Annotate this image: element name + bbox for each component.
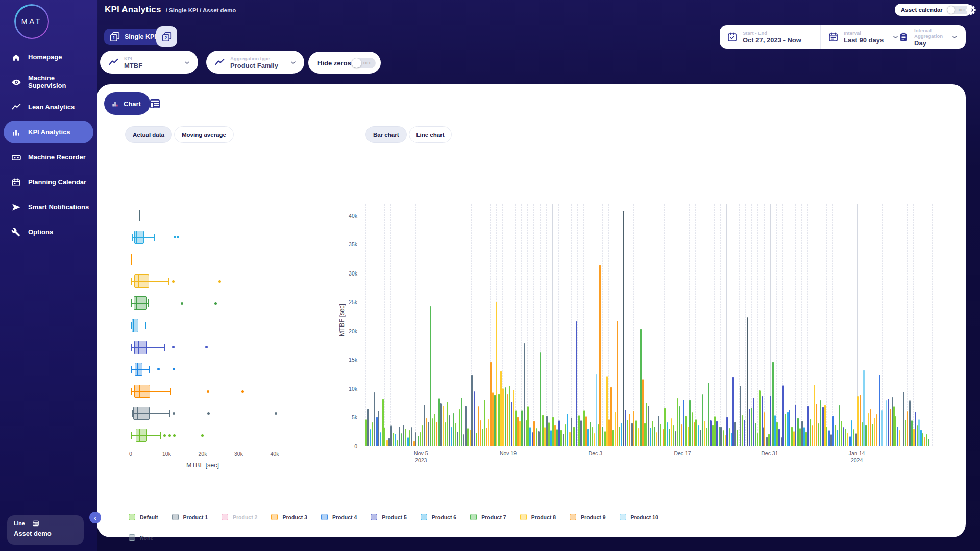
bar-default[interactable]	[818, 423, 819, 446]
bar-product-9[interactable]	[436, 422, 437, 446]
bar-default[interactable]	[757, 433, 758, 446]
bar-product-9[interactable]	[490, 362, 492, 446]
sidebar-item-kpi-analytics[interactable]: KPI Analytics	[4, 121, 93, 143]
bar-product-6[interactable]	[803, 427, 805, 446]
bar-product-1[interactable]	[440, 403, 442, 446]
bar-default[interactable]	[612, 430, 614, 446]
sidebar-item-machine-recorder[interactable]: Machine Recorder	[4, 146, 93, 168]
bar-product-7[interactable]	[401, 433, 403, 446]
multi-kpi-button[interactable]: 2	[156, 26, 177, 47]
bar-product-3[interactable]	[492, 392, 494, 446]
bar-product-7[interactable]	[505, 387, 506, 446]
bar-product-10[interactable]	[918, 419, 920, 446]
bar-product-5[interactable]	[843, 427, 845, 446]
bar-product-8[interactable]	[899, 430, 900, 446]
bar-product-10[interactable]	[881, 410, 883, 446]
bar-default[interactable]	[627, 420, 628, 446]
bar-product-1[interactable]	[449, 415, 450, 446]
bar-default[interactable]	[723, 430, 724, 446]
bar-product-3[interactable]	[764, 412, 766, 446]
bar-default[interactable]	[434, 414, 435, 446]
bar-default[interactable]	[467, 428, 469, 446]
bar-default[interactable]	[742, 415, 743, 446]
bar-product-1[interactable]	[428, 422, 429, 446]
bar-product-6[interactable]	[667, 422, 668, 446]
bar-default[interactable]	[695, 419, 697, 446]
bar-default[interactable]	[578, 415, 580, 446]
bar-default[interactable]	[420, 432, 421, 446]
bar-product-4[interactable]	[879, 375, 880, 446]
bar-product-7[interactable]	[669, 429, 670, 446]
bar-product-7[interactable]	[865, 425, 867, 446]
bar-default[interactable]	[447, 402, 448, 446]
bar-product-3[interactable]	[486, 428, 487, 446]
bar-product-3[interactable]	[924, 437, 925, 446]
bar-product-7[interactable]	[679, 406, 680, 446]
actual-data-button[interactable]: Actual data	[125, 126, 172, 143]
bar-default[interactable]	[592, 427, 593, 446]
bar-default[interactable]	[365, 419, 367, 446]
legend-item-product-8[interactable]: Product 8	[520, 514, 556, 520]
bar-default[interactable]	[397, 440, 398, 446]
bar-default[interactable]	[552, 417, 554, 446]
bar-product-7[interactable]	[556, 429, 558, 446]
bar-default[interactable]	[905, 420, 906, 446]
bar-default[interactable]	[917, 425, 918, 446]
bar-default[interactable]	[922, 433, 923, 446]
bar-default[interactable]	[382, 399, 384, 446]
bar-product-1[interactable]	[658, 416, 659, 446]
bar-product-8[interactable]	[470, 430, 471, 446]
bar-product-7[interactable]	[820, 400, 821, 446]
bar-product-8[interactable]	[847, 433, 849, 446]
bar-product-1[interactable]	[700, 430, 701, 446]
bar-product-4[interactable]	[828, 430, 830, 446]
bar-product-8[interactable]	[868, 413, 869, 446]
legend-item-product-7[interactable]: Product 7	[470, 514, 506, 520]
bar-default[interactable]	[714, 416, 716, 446]
bar-product-9[interactable]	[599, 265, 601, 446]
bar-product-6[interactable]	[587, 429, 589, 446]
bar-default[interactable]	[895, 416, 896, 446]
bar-default[interactable]	[384, 428, 386, 446]
bar-product-7[interactable]	[602, 427, 604, 446]
bar-default[interactable]	[826, 427, 828, 446]
bar-product-3[interactable]	[812, 425, 814, 446]
bar-default[interactable]	[872, 424, 873, 446]
bar-product-8[interactable]	[793, 431, 795, 446]
legend-item-product-9[interactable]: Product 9	[570, 514, 605, 520]
bar-default[interactable]	[498, 394, 500, 446]
bar-default[interactable]	[527, 406, 529, 446]
bar-product-6[interactable]	[451, 427, 452, 446]
single-kpi-button[interactable]: 1 Single KPI	[104, 29, 163, 45]
bar-product-3[interactable]	[480, 420, 481, 446]
bar-default[interactable]	[677, 398, 678, 446]
bar-default[interactable]	[536, 428, 537, 446]
bar-product-8[interactable]	[513, 390, 514, 446]
bar-product-7[interactable]	[438, 398, 440, 446]
bar-product-9[interactable]	[890, 409, 891, 446]
asset-calendar-toggle[interactable]: Asset calendar OFF	[895, 4, 972, 16]
bar-product-5[interactable]	[822, 407, 824, 446]
bar-product-5[interactable]	[576, 321, 577, 446]
bar-default[interactable]	[791, 427, 793, 446]
bar-product-8[interactable]	[671, 418, 672, 446]
bar-product-7[interactable]	[839, 405, 840, 446]
bar-default[interactable]	[712, 425, 714, 446]
bar-default[interactable]	[729, 428, 730, 446]
bar-product-7[interactable]	[755, 423, 757, 446]
bar-product-1[interactable]	[415, 432, 417, 446]
sidebar-item-homepage[interactable]: Homepage	[4, 46, 93, 68]
bar-product-1[interactable]	[457, 432, 458, 446]
bar-product-8[interactable]	[688, 427, 689, 446]
bar-product-6[interactable]	[370, 429, 372, 446]
bar-product-9[interactable]	[585, 416, 587, 446]
bar-product-6[interactable]	[550, 430, 552, 446]
bar-default[interactable]	[737, 430, 739, 446]
bar-product-1[interactable]	[631, 423, 633, 446]
bar-product-5[interactable]	[807, 406, 809, 446]
bar-product-5[interactable]	[762, 396, 763, 446]
bar-product-4[interactable]	[849, 436, 851, 446]
bar-default[interactable]	[785, 414, 787, 446]
bar-default[interactable]	[393, 433, 394, 446]
start-end-field[interactable]: Start - End Oct 27, 2023 - Now	[720, 25, 820, 49]
